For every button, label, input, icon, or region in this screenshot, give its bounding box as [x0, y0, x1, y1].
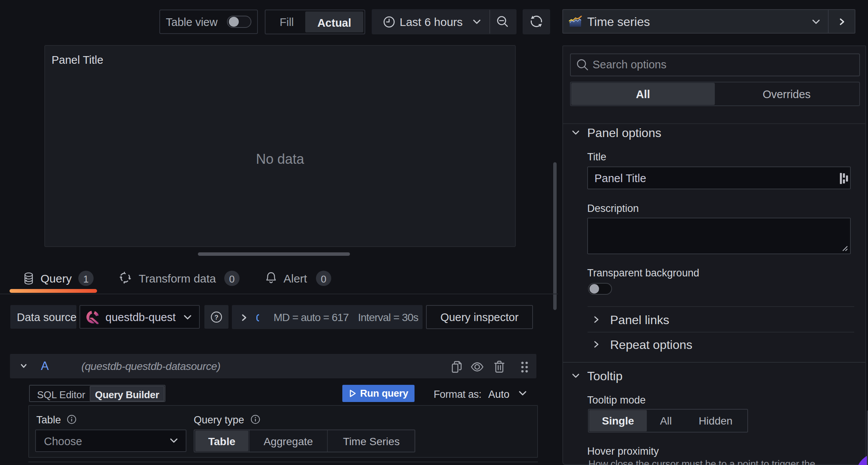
svg-text:?: ?	[214, 314, 218, 321]
